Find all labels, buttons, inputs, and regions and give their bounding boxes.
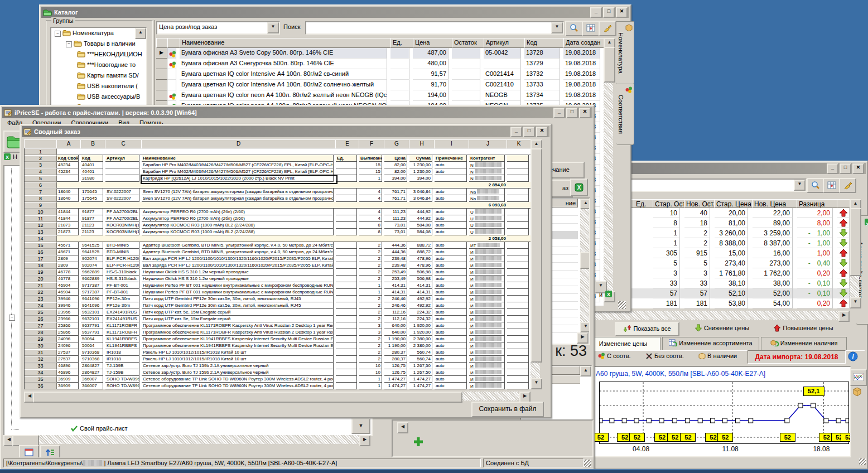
main-maximize-button[interactable]: □: [566, 108, 578, 118]
price-down-button[interactable]: Снижение цены: [687, 322, 756, 334]
table-row[interactable]: 172809902074ELP-PCR-H1200-Вал заряда PCR…: [25, 255, 531, 262]
order-maximize-button[interactable]: □: [523, 127, 535, 137]
table-row[interactable]: Бумага цветная IQ color Intensive А4 100…: [156, 69, 604, 80]
catalog-titlebar[interactable]: Каталог _□✕: [41, 7, 629, 18]
row-number[interactable]: 7: [25, 189, 57, 195]
main-titlebar[interactable]: iPriceSE - работа с прайс-листами. | вер…: [2, 107, 592, 118]
table-row[interactable]: 28258669637791KL1171ROBFRПрограммное обе…: [25, 329, 531, 336]
row-number[interactable]: 10: [25, 209, 57, 215]
row-number[interactable]: 35: [25, 376, 57, 383]
add-button[interactable]: [413, 436, 424, 447]
row-number[interactable]: 16: [25, 249, 57, 255]
catalog-col-header-5[interactable]: Остаток: [452, 38, 484, 48]
table-row[interactable]: 15456719641525BTD-MINI5Адаптер Bluetooth…: [25, 242, 531, 249]
archive-col-header-3[interactable]: Нов. Ост.: [684, 199, 715, 208]
filter-with-match[interactable]: С соотв.: [598, 353, 631, 359]
row-number[interactable]: 22: [25, 289, 57, 296]
row-number[interactable]: 23: [25, 296, 57, 302]
table-row[interactable]: 3636909366007SOHO TD-W8960Сетевое оборуд…: [25, 383, 531, 389]
archive-close-button[interactable]: ✕: [852, 163, 864, 174]
catalog-col-header-4[interactable]: Цена: [413, 38, 452, 48]
table-row[interactable]: 23399469641096PP12e-30mПатч корд UTP Gem…: [25, 296, 531, 302]
row-number[interactable]: 36: [25, 383, 57, 389]
row-number[interactable]: 12: [25, 222, 57, 229]
table-row[interactable]: 25239669632101EX241491RUSПатч корд UTP к…: [25, 309, 531, 316]
order-titlebar[interactable]: Сводный заказ _□✕: [22, 126, 549, 137]
table-row[interactable]: Бумага офисная А3 Снегурочка 500л. 80гр.…: [156, 59, 604, 69]
table-row[interactable]: 22469049717387PF-BT-001Наушники Perfeo P…: [25, 289, 531, 296]
info-icon[interactable]: i: [848, 351, 858, 361]
tree-item-5[interactable]: USB накопители (: [51, 81, 146, 91]
row-number[interactable]: 18: [25, 262, 57, 269]
row-number[interactable]: 24: [25, 302, 57, 309]
excel-export-button[interactable]: X: [570, 178, 588, 196]
table-row[interactable]: 34468962864827TJ-159BСетевое зар./устр. …: [25, 369, 531, 376]
table-row[interactable]: Бумага цветная IQ color neon А4 100л. 80…: [156, 90, 604, 101]
tab-price-change[interactable]: Изменение цены: [586, 337, 660, 350]
row-number[interactable]: 1: [25, 148, 57, 155]
sheet-col-D[interactable]: D: [141, 139, 336, 148]
catalog-close-button[interactable]: ✕: [616, 7, 628, 18]
row-number[interactable]: 15: [25, 242, 57, 249]
row-number[interactable]: 11: [25, 215, 57, 222]
row-number[interactable]: 20: [25, 276, 57, 282]
table-row[interactable]: 33468962864827TJ-159BСетевое зар./устр. …: [25, 363, 531, 369]
tab-availability-change[interactable]: Изменение наличия: [761, 337, 847, 350]
row-number[interactable]: 6: [25, 182, 57, 189]
archive-grid-settings-button[interactable]: [823, 178, 840, 193]
search-input[interactable]: ▼: [305, 21, 564, 35]
archive-brush-button[interactable]: [839, 178, 856, 193]
tree-scroll-up[interactable]: ▲: [135, 28, 146, 39]
tree-item-6[interactable]: USB аксессуары/В: [51, 91, 146, 102]
pricelist-dropdown[interactable]: ▼: [351, 418, 370, 434]
panel-scroll-left[interactable]: ◀: [397, 422, 408, 433]
sheet-col-G[interactable]: G: [384, 139, 409, 148]
row-number[interactable]: 5: [25, 175, 57, 182]
row-number[interactable]: 32: [25, 356, 57, 363]
grid-settings-button[interactable]: [582, 21, 600, 36]
show-all-button[interactable]: Показать все: [615, 322, 679, 336]
archive-resize-grip[interactable]: [859, 458, 866, 465]
table-row[interactable]: 114184491877PF AA2700/2BLАккумулятор PER…: [25, 215, 531, 222]
table-row[interactable]: 718640175645SV-0222007Sven SV1270 (12V 7…: [25, 189, 531, 195]
tree-item-1[interactable]: −Товары в наличии: [51, 38, 146, 49]
note-list-vscrollbar[interactable]: ▲ ▼: [580, 199, 589, 332]
row-number[interactable]: 33: [25, 363, 57, 369]
archive-col-header-4[interactable]: Стар. Цена: [714, 199, 753, 208]
search-button[interactable]: [565, 21, 583, 36]
order-close-button[interactable]: ✕: [536, 127, 548, 137]
catalog-maximize-button[interactable]: □: [603, 7, 615, 18]
catalog-vscrollbar[interactable]: ▲ ▼: [604, 38, 613, 302]
table-row[interactable]: 31275379710368IR1018Ракель HP LJ 1010/10…: [25, 349, 531, 356]
table-row[interactable]: 182809902074ELP-PCR-H1200-Вал заряда PCR…: [25, 262, 531, 269]
table-row[interactable]: 21469049717387PF-BT-001Наушники Perfeo P…: [25, 282, 531, 289]
main-close-button[interactable]: ✕: [579, 108, 591, 118]
tree-expander[interactable]: −: [9, 315, 15, 321]
row-number[interactable]: 9: [25, 202, 57, 209]
table-row[interactable]: 132187321123KOCR03NIMH(10Аккумулятор КОС…: [25, 229, 531, 235]
filter-in-stock[interactable]: В наличии: [698, 353, 737, 359]
archive-minimize-button[interactable]: _: [827, 163, 838, 174]
row-number[interactable]: 4: [25, 168, 57, 175]
table-row[interactable]: 44523440401Барабан HP Pro M402/M403/M426…: [25, 168, 531, 175]
table-row[interactable]: 104184491877PF AA2700/2BLАккумулятор PER…: [25, 209, 531, 215]
table-row[interactable]: 142 058,00: [25, 235, 531, 242]
tree-hscrollbar[interactable]: ◀ ▶: [3, 435, 370, 444]
table-row[interactable]: 531980Картридж HP [Q2612A] LJ 1010/1015/…: [25, 175, 531, 182]
sheet-corner[interactable]: [24, 139, 57, 148]
row-number[interactable]: 28: [25, 329, 57, 336]
row-number[interactable]: 13: [25, 229, 57, 235]
price-type-combo[interactable]: Цена розн/под заказ ▼: [156, 21, 280, 35]
table-row[interactable]: 1: [25, 148, 531, 155]
tree-item-2[interactable]: ***НЕКОНДИЦИОН: [51, 49, 146, 60]
archive-col-header-1[interactable]: Ед.: [634, 199, 653, 208]
row-number[interactable]: 14: [25, 235, 57, 242]
row-number[interactable]: 26: [25, 316, 57, 322]
table-row[interactable]: 3536909366007SOHO TD-W8960Сетевое оборуд…: [25, 376, 531, 383]
row-number[interactable]: 17: [25, 255, 57, 262]
sheet-col-C[interactable]: C: [105, 139, 142, 148]
catalog-minimize-button[interactable]: _: [590, 7, 602, 18]
chart-mode-button[interactable]: [850, 369, 867, 386]
row-number[interactable]: 25: [25, 309, 57, 316]
table-row[interactable]: 96 093,68: [25, 202, 531, 209]
